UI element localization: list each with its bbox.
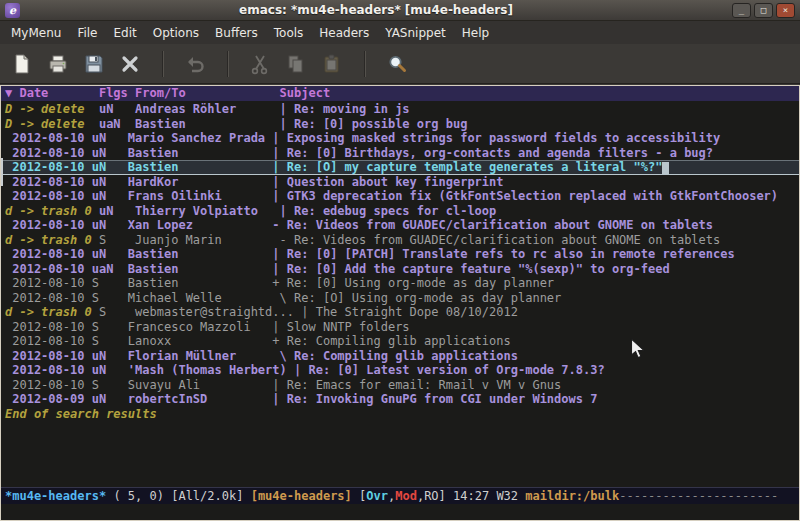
menu-headers[interactable]: Headers bbox=[311, 23, 377, 43]
col-mark-date: 2012-08-10 bbox=[5, 363, 92, 377]
message-row[interactable]: 2012-08-10 uN Bastien | Re: [O] my captu… bbox=[1, 160, 799, 175]
message-row[interactable]: 2012-08-10 S Bastien + Re: [0] Using org… bbox=[1, 276, 799, 291]
menu-tools[interactable]: Tools bbox=[266, 23, 312, 43]
col-flags: uN bbox=[92, 218, 128, 232]
message-row[interactable]: 2012-08-10 uN HardKor | Question about k… bbox=[1, 175, 799, 190]
col-flags: uN bbox=[92, 131, 128, 145]
undo-icon bbox=[184, 53, 206, 75]
column-header-subject[interactable]: Subject bbox=[280, 86, 331, 100]
message-row[interactable]: 2012-08-10 uN 'Mash (Thomas Herbert) | R… bbox=[1, 363, 799, 378]
col-subject: | Re: [0] [PATCH] Translate refs to rc a… bbox=[272, 247, 734, 261]
col-subject: \ Re: [O] Using org-mode as day planner bbox=[272, 291, 561, 305]
headers-buffer: D -> delete uN Andreas Röhler | Re: movi… bbox=[1, 101, 799, 487]
message-row[interactable]: 2012-08-10 uaN Bastien | Re: [0] Add the… bbox=[1, 262, 799, 277]
new-file-button[interactable] bbox=[4, 47, 40, 81]
kill-buffer-button[interactable] bbox=[112, 47, 148, 81]
modeline-modified-indicator: Mod bbox=[395, 489, 417, 503]
message-row[interactable]: 2012-08-10 S Francesco Mazzoli | Slow NN… bbox=[1, 320, 799, 335]
col-flags: S bbox=[92, 291, 128, 305]
col-from: Florian Müllner bbox=[128, 349, 273, 363]
mouse-cursor bbox=[630, 338, 646, 360]
col-flags: uN bbox=[92, 392, 128, 406]
message-row[interactable]: 2012-08-10 uN Frans Oilinki | GTK3 depre… bbox=[1, 189, 799, 204]
echo-area bbox=[1, 504, 799, 520]
modeline-maildir: maildir:/bulk bbox=[525, 489, 619, 503]
emacs-icon: e bbox=[5, 3, 20, 18]
col-mark-date: d -> trash 0 bbox=[5, 233, 99, 247]
col-flags: uN bbox=[92, 349, 128, 363]
col-subject: | The Straight Dope 08/10/2012 bbox=[301, 305, 518, 319]
message-row[interactable]: D -> delete uN Andreas Röhler | Re: movi… bbox=[1, 102, 799, 117]
menu-edit[interactable]: Edit bbox=[106, 23, 145, 43]
menu-options[interactable]: Options bbox=[145, 23, 207, 43]
col-mark-date: d -> trash 0 bbox=[5, 204, 99, 218]
col-from: Bastien bbox=[128, 160, 273, 174]
col-from: Bastien bbox=[128, 262, 273, 276]
message-row[interactable]: 2012-08-10 uN Mario Sanchez Prada | Expo… bbox=[1, 131, 799, 146]
message-row[interactable]: 2012-08-09 uN robertcInSD | Re: Invoking… bbox=[1, 392, 799, 407]
col-mark-date: D -> delete bbox=[5, 102, 99, 116]
paste-button bbox=[314, 47, 350, 81]
message-row[interactable]: 2012-08-10 S Suvayu Ali | Re: Emacs for … bbox=[1, 378, 799, 393]
menu-file[interactable]: File bbox=[69, 23, 105, 43]
col-subject: | Re: [0] Latest version of Org-mode 7.8… bbox=[294, 363, 605, 377]
message-row[interactable]: 2012-08-10 uN Xan Lopez - Re: Videos fro… bbox=[1, 218, 799, 233]
message-row[interactable]: d -> trash 0 uN Thierry Volpiatto | Re: … bbox=[1, 204, 799, 219]
message-row[interactable]: 2012-08-10 S Lanoxx + Re: Compiling glib… bbox=[1, 334, 799, 349]
col-from: Frans Oilinki bbox=[128, 189, 273, 203]
emacs-frame: ▼ Date Flgs From/To Subject D -> delete … bbox=[0, 85, 800, 521]
save-buffer-button[interactable] bbox=[76, 47, 112, 81]
col-flags: S bbox=[92, 276, 128, 290]
col-from: Andreas Röhler bbox=[135, 102, 280, 116]
column-header-from[interactable]: From/To bbox=[135, 86, 280, 100]
col-from: Lanoxx bbox=[128, 334, 273, 348]
col-from: Suvayu Ali bbox=[128, 378, 273, 392]
col-mark-date: 2012-08-10 bbox=[5, 378, 92, 392]
col-subject: \ Re: Compiling glib applications bbox=[272, 349, 518, 363]
col-subject: | Re: [0] Birthdays, org-contacts and ag… bbox=[272, 146, 713, 160]
toolbar-separator bbox=[227, 51, 228, 77]
col-from: Bastien bbox=[128, 276, 273, 290]
col-mark-date: 2012-08-10 bbox=[5, 218, 92, 232]
message-row[interactable]: d -> trash 0 S webmaster@straightd... | … bbox=[1, 305, 799, 320]
col-flags: uN bbox=[92, 363, 128, 377]
close-button[interactable]: × bbox=[776, 3, 795, 18]
col-subject: | Re: [0] Add the capture feature "%(sex… bbox=[272, 262, 669, 276]
open-file-button[interactable] bbox=[40, 47, 76, 81]
col-flags: S bbox=[92, 378, 128, 392]
toolbar-separator bbox=[364, 51, 365, 77]
message-row[interactable]: 2012-08-10 S Michael Welle \ Re: [O] Usi… bbox=[1, 291, 799, 306]
col-subject: - Re: Videos from GUADEC/clarification a… bbox=[272, 218, 713, 232]
menu-help[interactable]: Help bbox=[454, 23, 497, 43]
menu-mymenu[interactable]: MyMenu bbox=[3, 23, 69, 43]
col-flags: uN bbox=[92, 175, 128, 189]
message-row[interactable]: 2012-08-10 uN Bastien | Re: [0] [PATCH] … bbox=[1, 247, 799, 262]
col-flags: uN bbox=[92, 247, 128, 261]
col-mark-date: 2012-08-10 bbox=[5, 320, 92, 334]
col-from: Thierry Volpiatto bbox=[135, 204, 280, 218]
scrollbar-thumb[interactable] bbox=[1, 158, 3, 186]
col-mark-date: 2012-08-10 bbox=[5, 175, 92, 189]
col-mark-date: 2012-08-10 bbox=[5, 146, 92, 160]
modeline-filler-dashes: ---------------------- bbox=[619, 489, 778, 503]
message-row[interactable]: D -> delete uaN Bastien | Re: [0] possib… bbox=[1, 117, 799, 132]
message-row[interactable]: d -> trash 0 S Juanjo Marin - Re: Videos… bbox=[1, 233, 799, 248]
new-file-icon bbox=[11, 53, 33, 75]
message-row[interactable]: 2012-08-10 uN Florian Müllner \ Re: Comp… bbox=[1, 349, 799, 364]
search-button[interactable] bbox=[379, 47, 415, 81]
col-flags: S bbox=[99, 305, 135, 319]
minimize-button[interactable]: _ bbox=[732, 3, 751, 18]
column-header-date[interactable]: ▼ Date bbox=[5, 86, 99, 100]
menu-buffers[interactable]: Buffers bbox=[207, 23, 266, 43]
maximize-button[interactable]: □ bbox=[754, 3, 773, 18]
col-from: Francesco Mazzoli bbox=[128, 320, 273, 334]
menu-yasnippet[interactable]: YASnippet bbox=[377, 23, 454, 43]
modeline-overwrite-indicator: Ovr bbox=[366, 489, 388, 503]
column-header-flags[interactable]: Flgs bbox=[99, 86, 135, 100]
col-subject: | Question about key fingerprint bbox=[272, 175, 503, 189]
col-mark-date: 2012-08-09 bbox=[5, 392, 92, 406]
message-row[interactable]: 2012-08-10 uN Bastien | Re: [0] Birthday… bbox=[1, 146, 799, 161]
copy-button bbox=[278, 47, 314, 81]
message-list: D -> delete uN Andreas Röhler | Re: movi… bbox=[1, 102, 799, 407]
col-subject: | Re: Invoking GnuPG from CGI under Wind… bbox=[272, 392, 597, 406]
